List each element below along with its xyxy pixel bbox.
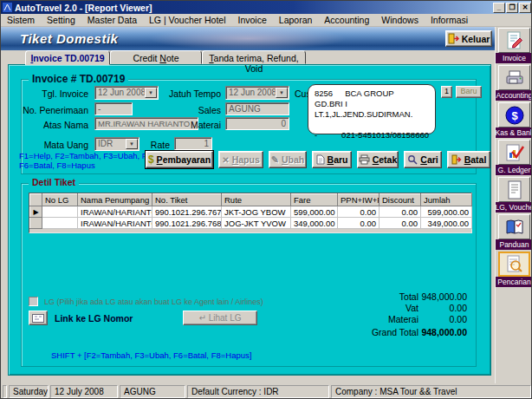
baru-button[interactable]: Baru bbox=[312, 151, 352, 168]
keluar-button[interactable]: Keluar bbox=[445, 30, 492, 47]
menu-laporan[interactable]: Laporan bbox=[273, 14, 319, 26]
col-rute[interactable]: Rute bbox=[222, 194, 291, 206]
pembayaran-button[interactable]: $Pembayaran bbox=[146, 151, 213, 168]
tab-strip: Invoice TD.00719 Credit Note Tanda terim… bbox=[25, 50, 306, 65]
sales-label: Sales bbox=[160, 105, 221, 115]
batal-button[interactable]: Batal bbox=[447, 151, 490, 168]
row-marker-icon: ▶ bbox=[30, 206, 42, 218]
menu-sistem[interactable]: Sistem bbox=[1, 14, 41, 26]
col-no-tiket[interactable]: No. Tiket bbox=[152, 194, 222, 206]
voucher-icon bbox=[504, 180, 525, 200]
customer-name: BCA GROUP bbox=[345, 88, 394, 99]
ticket-grid: No LG Nama Penumpang No. Tiket Rute Fare… bbox=[29, 193, 472, 233]
guide-book-icon bbox=[504, 217, 525, 238]
menu-accounting[interactable]: Accounting bbox=[318, 14, 375, 26]
sidebar-item-lg-voucher[interactable]: LG, Voucher bbox=[496, 177, 532, 213]
window-title: AutoTravel 2.0 - [Report Viewer] bbox=[15, 3, 152, 13]
col-jumlah[interactable]: Jumlah bbox=[421, 194, 472, 206]
close-button[interactable]: ✕ bbox=[519, 3, 531, 13]
col-discount[interactable]: Discount bbox=[380, 194, 421, 206]
mata-uang-label: Mata Uang bbox=[16, 140, 88, 150]
page-banner: Tiket Domestik Keluar bbox=[1, 27, 495, 50]
ubah-button[interactable]: ✎Ubah bbox=[269, 151, 307, 168]
atas-nama-label: Atas Nama bbox=[16, 120, 88, 130]
hapus-button[interactable]: ✕Hapus bbox=[218, 151, 263, 168]
col-nama-penumpang[interactable]: Nama Penumpang bbox=[78, 194, 152, 206]
no-penerimaan-field[interactable]: - bbox=[94, 102, 133, 115]
cetak-button[interactable]: Cetak bbox=[357, 151, 399, 168]
grid-selector-header bbox=[30, 194, 42, 206]
link-keys-icon bbox=[32, 314, 44, 323]
menu-setting[interactable]: Setting bbox=[41, 14, 81, 26]
sidebar-item-panduan[interactable]: Panduan bbox=[496, 214, 532, 250]
sidebar-item-g-ledger[interactable]: G. Ledger bbox=[496, 140, 532, 175]
col-no-lg[interactable]: No LG bbox=[42, 194, 78, 206]
lihat-lg-button[interactable]: ↵ Lihat LG bbox=[183, 311, 257, 325]
tab-tanda-terima[interactable]: Tanda terima, Refund, Void bbox=[202, 50, 306, 64]
status-stub bbox=[3, 385, 7, 398]
sidebar-item-invoice[interactable]: Invoice bbox=[496, 28, 532, 63]
customer-address: GD.BRI I LT.1,JL.JEND.SUDIRMAN. bbox=[315, 99, 429, 120]
menu-invoice[interactable]: Invoice bbox=[232, 14, 273, 26]
menu-lg-voucher-hotel[interactable]: LG | Voucher Hotel bbox=[143, 14, 232, 26]
shift-hint: SHIFT + [F2=Tambah, F3=Ubah, F6=Batal, F… bbox=[51, 350, 251, 360]
app-window: AutoTravel 2.0 - [Report Viewer] _ ❐ ✕ S… bbox=[0, 0, 532, 399]
jatuh-tempo-combobox[interactable]: 12 Jun 2008▼ bbox=[225, 86, 289, 100]
customer-count-button[interactable]: 1 bbox=[441, 86, 452, 98]
customer-baru-button[interactable]: Baru bbox=[456, 86, 482, 98]
lg-checkbox[interactable] bbox=[29, 297, 38, 306]
dollar-icon: $ bbox=[148, 154, 154, 166]
invoice-doc-icon bbox=[504, 30, 525, 51]
tgl-invoice-combobox[interactable]: 12 Jun 2008▼ bbox=[94, 86, 159, 100]
cash-bank-icon: $ bbox=[504, 105, 525, 126]
tgl-invoice-label: Tgl. Invoice bbox=[16, 88, 88, 99]
status-day: Saturday bbox=[9, 385, 49, 398]
x-icon: ✕ bbox=[222, 155, 229, 165]
sidebar-item-kas-bank[interactable]: $ Kas & Bank bbox=[496, 102, 532, 138]
mata-uang-combobox[interactable]: IDR▼ bbox=[94, 137, 139, 151]
col-ppn[interactable]: PPN+IW+PSC bbox=[338, 194, 380, 206]
enter-arrow-icon: ↵ bbox=[199, 313, 206, 323]
no-penerimaan-label: No. Penerimaan bbox=[16, 105, 88, 115]
page-title: Tiket Domestik bbox=[20, 31, 118, 46]
chevron-down-icon[interactable]: ▼ bbox=[145, 88, 157, 98]
total-value: 948,000.00 bbox=[389, 291, 467, 302]
keluar-label: Keluar bbox=[462, 34, 490, 44]
grand-total-value: 948,000.00 bbox=[389, 327, 467, 337]
cari-button[interactable]: Cari bbox=[404, 151, 442, 168]
chevron-down-icon[interactable]: ▼ bbox=[126, 139, 138, 149]
menu-windows[interactable]: Windows bbox=[375, 14, 425, 26]
link-lg-button[interactable] bbox=[29, 311, 48, 325]
customer-dash: - bbox=[315, 130, 317, 141]
menu-master-data[interactable]: Master Data bbox=[81, 14, 143, 26]
search-doc-icon bbox=[504, 254, 525, 275]
menu-informasi[interactable]: Informasi bbox=[425, 14, 474, 26]
minimize-button[interactable]: _ bbox=[493, 3, 505, 13]
table-row[interactable]: IRAWAN/HARIANTO MR 990.1021.296.768 JOG-… bbox=[30, 218, 472, 229]
materai-field[interactable]: 0 bbox=[225, 117, 289, 130]
invoice-panel: Invoice # TD.00719 Tgl. Invoice 12 Jun 2… bbox=[8, 64, 491, 376]
status-date: 12 July 2008 bbox=[50, 385, 118, 398]
sales-field[interactable]: AGUNG bbox=[225, 102, 289, 115]
rate-field[interactable]: 1 bbox=[174, 137, 212, 150]
invoice-group-title: Invoice # TD.00719 bbox=[29, 73, 128, 85]
new-doc-icon bbox=[316, 154, 325, 165]
chevron-down-icon[interactable]: ▼ bbox=[276, 88, 288, 98]
detail-group: Detil Tiket No LG Nama Penumpang No. Tik… bbox=[21, 183, 477, 367]
tab-invoice[interactable]: Invoice TD.00719 bbox=[25, 50, 110, 65]
grid-header-row: No LG Nama Penumpang No. Tiket Rute Fare… bbox=[30, 194, 472, 206]
pencil-icon: ✎ bbox=[271, 154, 279, 166]
door-icon bbox=[451, 154, 462, 165]
maximize-button[interactable]: ❐ bbox=[506, 3, 518, 13]
sidebar-item-accounting[interactable]: Accounting bbox=[496, 65, 532, 101]
sidebar-item-pencarian[interactable]: Pencarian bbox=[496, 252, 532, 287]
customer-phone: 021-5451013/08158660 bbox=[341, 130, 429, 141]
ledger-icon bbox=[504, 142, 525, 163]
menu-bar: Sistem Setting Master Data LG | Voucher … bbox=[1, 14, 532, 27]
printer-icon bbox=[359, 154, 370, 165]
tab-credit-note[interactable]: Credit Note bbox=[110, 50, 202, 64]
materai-label: Materai bbox=[160, 120, 221, 130]
col-fare[interactable]: Fare bbox=[291, 194, 338, 206]
table-row[interactable]: ▶ IRAWAN/HARIANTO MR 990.1021.296.767 JK… bbox=[30, 206, 472, 218]
status-user: AGUNG bbox=[120, 385, 185, 398]
